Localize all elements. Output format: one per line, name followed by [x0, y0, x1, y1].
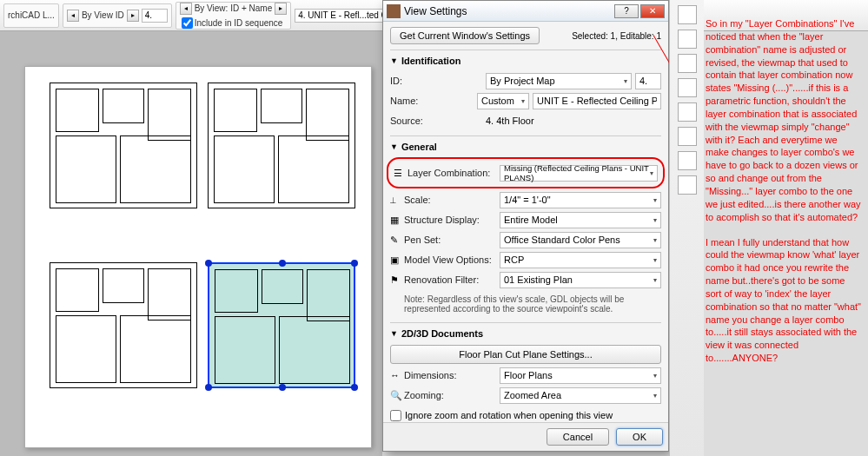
- dialog-title: View Settings: [404, 5, 614, 17]
- dialog-titlebar[interactable]: View Settings ? ✕: [383, 1, 668, 22]
- floorplan-4-selected[interactable]: [208, 262, 355, 388]
- include-id-group: ◂ By View: ID + Name ▸ Include in ID seq…: [176, 2, 292, 30]
- name-combo[interactable]: Custom▾: [477, 93, 529, 109]
- scale-icon: ⟂: [390, 195, 401, 205]
- cutplane-button[interactable]: Floor Plan Cut Plane Settings...: [390, 345, 661, 364]
- app-tab[interactable]: rchiCAD L...: [3, 3, 59, 28]
- panel-icon[interactable]: [678, 102, 697, 122]
- drawing-canvas[interactable]: [0, 31, 382, 456]
- panel-icon[interactable]: [678, 54, 697, 73]
- pen-icon: ✎: [390, 235, 401, 245]
- reno-combo[interactable]: 01 Existing Plan▾: [500, 272, 661, 288]
- mvo-icon: ▣: [390, 254, 401, 265]
- panel-icon[interactable]: [678, 78, 697, 97]
- prev-icon[interactable]: ◂: [67, 10, 79, 22]
- section-general[interactable]: ▼General: [390, 140, 661, 155]
- cancel-button[interactable]: Cancel: [547, 428, 609, 446]
- panel-icon[interactable]: [678, 127, 697, 146]
- panel-icon[interactable]: [678, 30, 697, 49]
- view-settings-dialog: View Settings ? ✕ Get Current Window's S…: [382, 0, 669, 452]
- structure-icon: ▦: [390, 215, 401, 225]
- source-value: 4. 4th Floor: [486, 116, 534, 126]
- panel-icon[interactable]: [678, 175, 697, 195]
- panel-icon[interactable]: [678, 151, 697, 170]
- next2-icon[interactable]: ▸: [275, 3, 287, 15]
- section-2d3d[interactable]: ▼2D/3D Documents: [390, 327, 661, 342]
- ignore-zoom-checkbox[interactable]: [390, 410, 401, 421]
- penset-combo[interactable]: Office Standard Color Pens▾: [500, 232, 661, 248]
- include-id-checkbox[interactable]: [182, 17, 193, 29]
- layers-icon: ☰: [394, 168, 404, 178]
- name-value-input[interactable]: [533, 93, 661, 109]
- selection-info: Selected: 1, Editable: 1: [572, 31, 661, 41]
- user-annotation: So in my "Layer Combinations" I've notic…: [706, 17, 862, 377]
- floorplan-1: [50, 83, 197, 208]
- scale-combo[interactable]: 1/4" = 1'-0"▾: [500, 192, 661, 208]
- close-icon[interactable]: ✕: [640, 4, 665, 18]
- reno-icon: ⚑: [390, 274, 401, 285]
- mvo-combo[interactable]: RCP▾: [500, 252, 661, 268]
- byview-id-group: ◂ By View ID ▸: [63, 3, 172, 28]
- dimension-icon: ↔: [390, 370, 401, 380]
- drawing-page: [24, 66, 372, 448]
- prev2-icon[interactable]: ◂: [180, 3, 192, 15]
- dialog-icon: [387, 4, 401, 18]
- view-id-input[interactable]: [142, 9, 168, 23]
- dimensions-combo[interactable]: Floor Plans▾: [500, 367, 661, 384]
- id-value-input[interactable]: [635, 73, 661, 89]
- ok-button[interactable]: OK: [616, 428, 663, 446]
- structure-combo[interactable]: Entire Model▾: [500, 212, 661, 228]
- floorplan-3: [50, 262, 197, 388]
- zoom-icon: 🔍: [390, 390, 401, 400]
- section-identification[interactable]: ▼Identification: [390, 54, 661, 69]
- zoom-combo[interactable]: Zoomed Area▾: [500, 387, 661, 404]
- right-panel-strip: [669, 0, 704, 456]
- scale-note: Note: Regardless of this view's scale, G…: [390, 291, 661, 319]
- get-current-button[interactable]: Get Current Window's Settings: [390, 27, 540, 44]
- id-combo[interactable]: By Project Map▾: [486, 73, 632, 89]
- layer-combo[interactable]: Missing (Reflected Ceiling Plans - UNIT …: [500, 165, 658, 182]
- help-icon[interactable]: ?: [614, 4, 639, 18]
- next-icon[interactable]: ▸: [127, 10, 139, 22]
- panel-icon[interactable]: [678, 5, 697, 24]
- floorplan-2: [208, 83, 355, 208]
